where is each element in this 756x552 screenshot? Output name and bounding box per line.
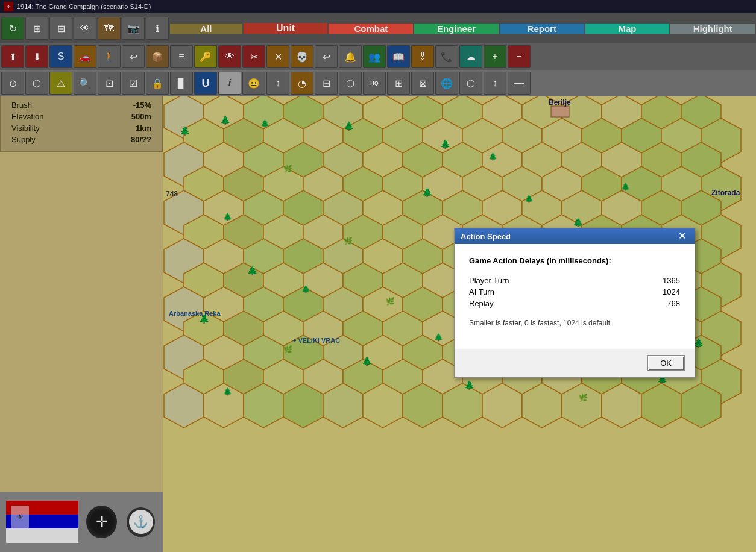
dialog-footer: OK — [455, 349, 695, 377]
dialog-body: Game Action Delays (in milliseconds): Pl… — [455, 244, 695, 349]
dialog-title: Action Speed — [461, 232, 511, 241]
dialog-note: Smaller is faster, 0 is fastest, 1024 is… — [469, 319, 680, 327]
dialog-titlebar: Action Speed ✕ — [455, 228, 695, 244]
ai-turn-label: AI Turn — [469, 287, 494, 296]
player-turn-row: Player Turn 1365 — [469, 275, 680, 286]
player-turn-label: Player Turn — [469, 276, 509, 285]
player-turn-value: 1365 — [663, 276, 680, 285]
dialog-subtitle: Game Action Delays (in milliseconds): — [469, 256, 680, 265]
dialog-overlay: Action Speed ✕ Game Action Delays (in mi… — [0, 0, 756, 552]
replay-label: Replay — [469, 299, 493, 308]
action-speed-dialog: Action Speed ✕ Game Action Delays (in mi… — [454, 228, 695, 378]
dialog-close-button[interactable]: ✕ — [676, 231, 688, 241]
ok-button[interactable]: OK — [647, 355, 685, 371]
ai-turn-value: 1024 — [663, 287, 680, 296]
replay-row: Replay 768 — [469, 298, 680, 309]
replay-value: 768 — [667, 299, 680, 308]
ai-turn-row: AI Turn 1024 — [469, 286, 680, 298]
